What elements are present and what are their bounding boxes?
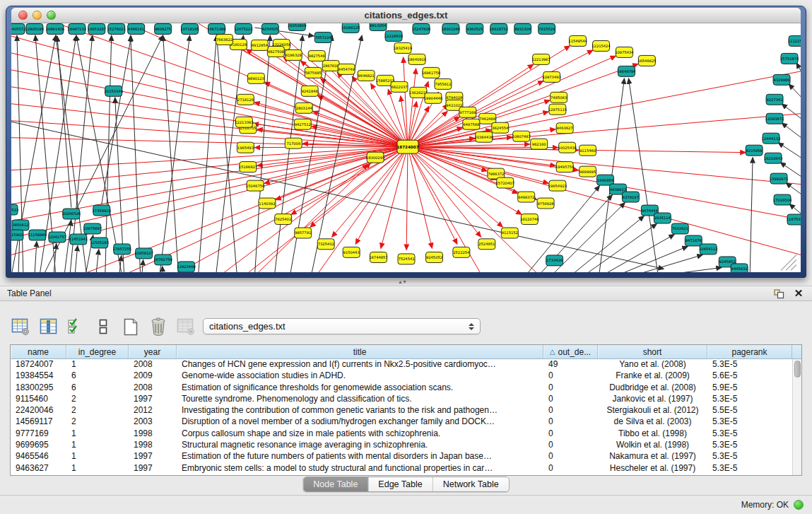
graph-node[interactable]: 12215424 — [592, 40, 611, 51]
graph-node[interactable]: 17957255 — [113, 244, 131, 255]
graph-node[interactable]: 8454749 — [338, 64, 355, 74]
graph-node[interactable]: 962160 — [531, 139, 548, 149]
graph-node[interactable]: 717006 — [285, 138, 302, 148]
graph-node[interactable]: 12805195 — [25, 23, 44, 34]
graph-node[interactable]: 9806275 — [155, 23, 172, 34]
graph-node[interactable]: 11451941 — [69, 234, 88, 245]
splitter-handle[interactable]: ▲▼ — [396, 279, 408, 285]
graph-node[interactable]: 1733426 — [546, 255, 563, 266]
graph-node[interactable]: 6466161 — [128, 23, 145, 34]
graph-node[interactable]: 3850612 — [12, 220, 29, 230]
network-graph[interactable]: 1297511594636271002543819495754196549239… — [11, 23, 801, 272]
table-row[interactable]: 911546021997Tourette syndrome. Phenomeno… — [11, 394, 792, 405]
graph-node[interactable]: 16546625 — [637, 55, 656, 66]
graph-node[interactable]: 15276021 — [107, 23, 126, 34]
graph-node[interactable]: 12975115 — [548, 104, 567, 115]
graph-node[interactable]: 9115460 — [579, 145, 596, 156]
graph-node[interactable]: 16120746 — [520, 214, 539, 225]
graph-node[interactable]: 11121545 — [788, 35, 801, 46]
graph-node[interactable]: 7325402 — [317, 239, 334, 250]
network-window-titlebar[interactable]: citations_edges.txt — [11, 8, 801, 23]
graph-node[interactable]: 12213967 — [531, 54, 550, 64]
graph-node[interactable]: 18724007 — [396, 140, 418, 153]
graph-node[interactable]: 16744857 — [369, 252, 387, 263]
graph-node[interactable]: 8931304 — [514, 23, 531, 34]
scrollbar-thumb[interactable] — [794, 361, 801, 378]
graph-node[interactable]: 9360525 — [466, 23, 483, 34]
table-row[interactable]: 1830029562008Estimation of significance … — [11, 382, 792, 394]
graph-node[interactable]: 7625402 — [275, 214, 292, 225]
table-settings-icon[interactable] — [10, 316, 31, 337]
graph-node[interactable]: 10654112 — [699, 244, 717, 255]
graph-node[interactable]: 7857224 — [314, 32, 331, 42]
graph-node[interactable]: 12475223 — [234, 23, 252, 34]
graph-node[interactable]: 14671388 — [207, 23, 225, 34]
graph-node[interactable]: 12218506 — [384, 30, 403, 41]
table-row[interactable]: 946554611997Estimation of the future num… — [11, 451, 792, 462]
graph-node[interactable]: 7632621 — [671, 223, 688, 234]
graph-node[interactable]: 20891406 — [46, 23, 64, 34]
graph-node[interactable]: 15166827 — [239, 162, 257, 173]
graph-node[interactable]: 12444132 — [762, 133, 780, 144]
graph-node[interactable]: 18325419 — [394, 42, 412, 53]
graph-node[interactable]: 9646821 — [358, 70, 375, 81]
table-row[interactable]: 977716911998Corpus callosum shape and si… — [11, 428, 792, 440]
graph-node[interactable]: 7615526 — [539, 23, 555, 34]
column-header-name[interactable]: name — [11, 345, 66, 358]
graph-node[interactable]: 2718126 — [237, 94, 254, 105]
graph-node[interactable]: 1140392 — [259, 198, 276, 209]
graph-node[interactable]: 18301046 — [442, 23, 460, 34]
column-header-short[interactable]: short — [598, 345, 707, 358]
graph-node[interactable]: 2522254 — [453, 247, 470, 257]
graph-node[interactable]: 6497568 — [463, 119, 480, 129]
column-header-title[interactable]: title — [177, 345, 543, 358]
graph-node[interactable]: 15046756 — [246, 180, 264, 191]
graph-node[interactable]: 8471676 — [685, 235, 702, 246]
graph-node[interactable]: 16648784 — [617, 66, 636, 76]
graph-node[interactable]: 9115152 — [501, 228, 518, 238]
tab-node-table[interactable]: Node Table — [303, 477, 368, 491]
graph-node[interactable]: 12042757 — [48, 232, 66, 243]
graph-node[interactable]: 7485063 — [551, 92, 567, 103]
zoom-window-icon[interactable] — [47, 11, 56, 20]
vertical-scrollbar[interactable] — [792, 359, 801, 475]
graph-node[interactable]: 10719185 — [180, 23, 199, 34]
graph-node[interactable]: 10975887 — [83, 223, 102, 234]
graph-node[interactable]: 7663822 — [216, 34, 233, 45]
graph-node[interactable]: 9445632 — [731, 264, 748, 272]
graph-node[interactable]: 25160533 — [11, 204, 18, 215]
graph-node[interactable]: 10807487 — [512, 131, 531, 141]
graph-node[interactable]: 10973493 — [542, 71, 560, 82]
graph-node[interactable]: 16210643 — [764, 153, 782, 163]
graph-node[interactable]: 19904448 — [424, 93, 442, 103]
new-table-icon[interactable] — [120, 316, 141, 337]
table-row[interactable]: 946362711997Embryonic stem cells: a mode… — [11, 463, 792, 474]
graph-node[interactable]: 12213363 — [235, 117, 253, 127]
graph-node[interactable]: 6379197 — [622, 192, 639, 202]
graph-node[interactable]: 17016504 — [773, 194, 792, 205]
minimize-window-icon[interactable] — [33, 11, 42, 20]
graph-node[interactable]: 20364436 — [475, 132, 493, 142]
graph-node[interactable]: 2867608 — [322, 60, 339, 71]
graph-node[interactable]: 9699695 — [579, 166, 596, 177]
graph-node[interactable]: 3624554 — [492, 122, 509, 133]
graph-node[interactable]: 9227341 — [766, 94, 783, 105]
graph-node[interactable]: 10975434 — [615, 47, 634, 57]
graph-node[interactable]: 9827508 — [267, 46, 284, 57]
graph-node[interactable]: 9463627 — [556, 123, 573, 134]
table-row[interactable]: 969969511998Structural magnetic resonanc… — [11, 440, 792, 451]
float-panel-icon[interactable] — [772, 288, 785, 299]
graph-node[interactable]: 15247608 — [412, 23, 430, 34]
graph-node[interactable]: 11675309 — [787, 214, 801, 225]
graph-node[interactable]: 20206526 — [62, 209, 81, 219]
graph-node[interactable]: 16186125 — [341, 23, 360, 33]
graph-node[interactable]: 3915902 — [11, 230, 23, 240]
tab-edge-table[interactable]: Edge Table — [368, 477, 433, 491]
graph-node[interactable]: 12923468 — [177, 262, 195, 272]
graph-node[interactable]: 17359928 — [93, 205, 111, 216]
column-header-in-degree[interactable]: in_degree — [66, 345, 129, 358]
table-row[interactable]: 2242004622012Investigating the contribut… — [11, 405, 792, 416]
column-header-out-de-[interactable]: △out_de... — [543, 345, 598, 358]
graph-node[interactable]: 9756928 — [537, 198, 554, 209]
graph-node[interactable]: 13992971 — [770, 173, 788, 184]
